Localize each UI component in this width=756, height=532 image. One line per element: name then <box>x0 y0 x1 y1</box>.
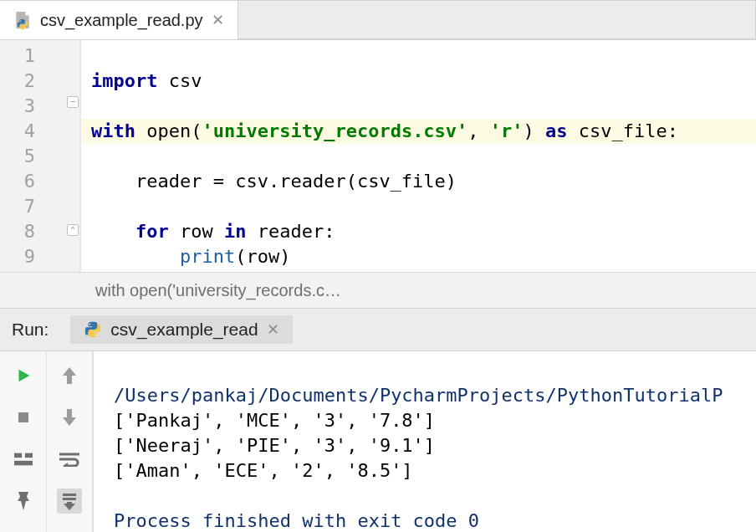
svg-rect-6 <box>24 453 32 458</box>
line-number: 2 <box>0 69 35 94</box>
run-label: Run: <box>0 320 60 340</box>
close-icon[interactable]: ✕ <box>267 320 279 339</box>
code-line: for row in reader: <box>91 221 335 242</box>
soft-wrap-button[interactable] <box>57 447 82 472</box>
line-number: 5 <box>0 144 35 169</box>
line-number: 9 <box>0 244 35 269</box>
editor-tab-bar-empty <box>238 1 756 39</box>
svg-rect-7 <box>14 461 33 466</box>
pin-button[interactable] <box>11 489 36 514</box>
fold-end-icon[interactable]: ⌃ <box>67 224 79 236</box>
console-line: ['Neeraj', 'PIE', '3', '9.1'] <box>114 435 435 456</box>
run-config-tab[interactable]: csv_example_read ✕ <box>70 315 292 344</box>
line-number: 6 <box>0 169 35 194</box>
code-line: csv_file.close() <box>91 271 313 272</box>
editor-tab-active[interactable]: csv_example_read.py ✕ <box>0 1 238 39</box>
svg-point-3 <box>95 335 97 336</box>
breadcrumb[interactable]: with open('university_records.c… <box>0 272 756 309</box>
run-tool-header: Run: csv_example_read ✕ <box>0 309 756 351</box>
run-toolbar-right <box>47 351 94 532</box>
code-line: import csv <box>91 70 202 91</box>
scroll-to-end-button[interactable] <box>57 489 82 514</box>
line-number-gutter: 1 2 3 4 5 6 7 8 9 <box>0 40 46 272</box>
code-line: print(row) <box>91 246 290 267</box>
line-number: 4 <box>0 119 35 144</box>
svg-point-2 <box>89 324 91 325</box>
breadcrumb-text: with open('university_records.c… <box>95 281 341 300</box>
svg-rect-4 <box>18 412 28 422</box>
code-area[interactable]: import csv with open('university_records… <box>81 40 756 272</box>
console-exit-line: Process finished with exit code 0 <box>114 510 479 531</box>
line-number: 8 <box>0 219 35 244</box>
console-output[interactable]: /Users/pankaj/Documents/PycharmProjects/… <box>94 351 756 532</box>
close-icon[interactable]: ✕ <box>212 11 224 29</box>
layout-button[interactable] <box>11 447 36 472</box>
code-line-current: with open('university_records.csv', 'r')… <box>81 119 756 144</box>
rerun-button[interactable] <box>11 363 36 388</box>
python-file-icon <box>13 11 32 29</box>
stop-button[interactable] <box>11 405 36 430</box>
line-number: 1 <box>0 43 35 69</box>
fold-gutter: − ⌃ <box>46 40 81 272</box>
down-arrow-icon[interactable] <box>57 405 82 430</box>
svg-rect-8 <box>63 494 76 496</box>
svg-rect-5 <box>14 453 22 458</box>
python-run-icon <box>84 320 102 339</box>
run-toolbar-left <box>0 351 47 532</box>
code-line: reader = csv.reader(csv_file) <box>91 171 457 192</box>
svg-point-0 <box>20 20 21 21</box>
line-number: 3 <box>0 94 35 119</box>
run-tool-window: /Users/pankaj/Documents/PycharmProjects/… <box>0 351 756 532</box>
fold-collapse-icon[interactable]: − <box>67 96 79 108</box>
svg-rect-9 <box>63 498 76 500</box>
up-arrow-icon[interactable] <box>57 363 82 388</box>
editor-tab-bar: csv_example_read.py ✕ <box>0 1 756 40</box>
console-line: ['Pankaj', 'MCE', '3', '7.8'] <box>114 410 435 431</box>
editor-tab-filename: csv_example_read.py <box>40 11 203 30</box>
line-number: 7 <box>0 194 35 219</box>
code-editor[interactable]: 1 2 3 4 5 6 7 8 9 − ⌃ import csv with op… <box>0 40 756 272</box>
console-line: /Users/pankaj/Documents/PycharmProjects/… <box>114 385 723 406</box>
run-config-name: csv_example_read <box>110 320 258 340</box>
console-line: ['Aman', 'ECE', '2', '8.5'] <box>114 460 413 481</box>
svg-point-1 <box>24 28 25 28</box>
